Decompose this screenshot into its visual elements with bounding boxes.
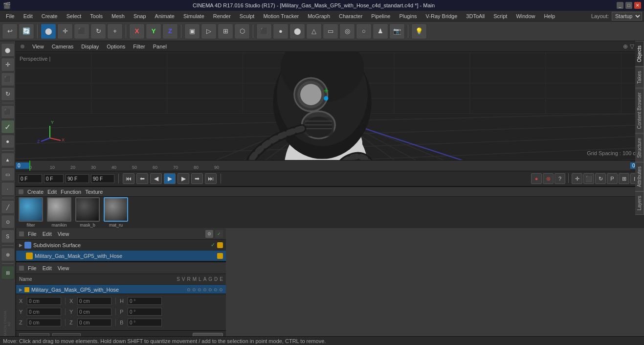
obj-row-gasmask[interactable]: Military_Gas_Mask_GP5_with_Hose	[16, 251, 226, 261]
attr-menu-edit[interactable]: Edit	[41, 265, 54, 271]
start-frame-input[interactable]	[44, 174, 64, 183]
layout-selector[interactable]: Startup	[612, 12, 642, 21]
lt-paint-btn[interactable]: S	[1, 230, 15, 243]
z-pos-input[interactable]	[27, 319, 61, 326]
lt-loop-btn[interactable]: ⊙	[1, 215, 15, 229]
obj-row-subdivision[interactable]: ▶ Subdivision Surface ✓	[16, 240, 226, 251]
menu-plugins[interactable]: Plugins	[395, 12, 421, 20]
menu-tools[interactable]: Tools	[86, 12, 107, 20]
vp-menu-cameras[interactable]: Cameras	[50, 43, 76, 50]
scale-button[interactable]: ⬛	[74, 23, 89, 39]
torus-button[interactable]: ◎	[339, 23, 355, 39]
tube-button[interactable]: ○	[356, 23, 372, 39]
vp-menu-view[interactable]: View	[30, 43, 46, 50]
cylinder-button[interactable]: ⬤	[289, 23, 305, 39]
lt-polygon-btn[interactable]: ▲	[1, 153, 15, 166]
lt-scale-btn[interactable]: ⬛	[1, 72, 15, 86]
end-frame-1-input[interactable]	[66, 174, 89, 183]
viewport-render-all-button[interactable]: ⊞	[218, 23, 233, 39]
material-mask-b[interactable]: mask_b	[75, 197, 100, 228]
vp-menu-options[interactable]: Options	[105, 43, 127, 50]
mat-menu-texture[interactable]: Texture	[85, 189, 103, 195]
plane-button[interactable]: ▭	[323, 23, 338, 39]
y-pos-input[interactable]	[27, 308, 61, 316]
lt-rotate-btn[interactable]: ↻	[1, 87, 15, 101]
attr-menu-view[interactable]: View	[56, 265, 71, 271]
menu-mesh[interactable]: Mesh	[108, 12, 129, 20]
obj-panel-check-icon[interactable]: ✓	[215, 230, 223, 238]
next-frame-button[interactable]: ➡	[191, 173, 203, 184]
h-rot-input[interactable]	[128, 297, 162, 305]
vp-menu-display[interactable]: Display	[79, 43, 101, 50]
play-button[interactable]: ▶	[164, 173, 176, 184]
light-button[interactable]: 💡	[411, 23, 427, 39]
menu-motion-tracker[interactable]: Motion Tracker	[259, 12, 303, 20]
end-frame-2-input[interactable]	[91, 174, 114, 183]
lt-point-btn[interactable]: ·	[1, 182, 15, 196]
menu-simulate[interactable]: Simulate	[179, 12, 208, 20]
attr-menu-file[interactable]: File	[26, 265, 39, 271]
redo-button[interactable]: 🔄	[19, 23, 34, 39]
material-manikin[interactable]: manikin	[47, 197, 71, 228]
axis-x-button[interactable]: X	[129, 23, 145, 39]
lt-magnet-btn[interactable]: ⊕	[1, 248, 15, 261]
grid-btn[interactable]: ⊞	[619, 173, 629, 184]
vp-menu-filter[interactable]: Filter	[131, 43, 147, 50]
viewport-single-button[interactable]: ▣	[184, 23, 200, 39]
axis-z-button[interactable]: Z	[162, 23, 178, 39]
b-rot-input[interactable]	[128, 319, 162, 326]
lt-edge-btn[interactable]: ▭	[1, 167, 15, 181]
menu-animate[interactable]: Animate	[151, 12, 178, 20]
viewport[interactable]: Perspective |	[16, 52, 644, 160]
select-button[interactable]: +	[107, 23, 123, 39]
menu-create[interactable]: Create	[38, 12, 62, 20]
rotate-button[interactable]: ↻	[90, 23, 106, 39]
maximize-button[interactable]: □	[625, 2, 632, 9]
menu-sculpt[interactable]: Sculpt	[236, 12, 259, 20]
timeline-ruler[interactable]: 0 10 20 30 40 50 60 70 80 90	[29, 161, 630, 171]
p-rot-input[interactable]	[128, 308, 162, 316]
menu-file[interactable]: File	[2, 12, 19, 20]
lt-box-btn[interactable]: ⬛	[1, 105, 15, 119]
obj-panel-settings-icon[interactable]: ⚙	[205, 230, 213, 238]
move-key-btn[interactable]: ✛	[572, 173, 582, 184]
menu-select[interactable]: Select	[63, 12, 86, 20]
minimize-button[interactable]: _	[617, 2, 623, 9]
lt-move-btn[interactable]: ✛	[1, 58, 15, 71]
z-scale-input[interactable]	[77, 319, 111, 326]
viewport-render-button[interactable]: ▷	[201, 23, 217, 39]
cube-button[interactable]: ⬛	[256, 23, 272, 39]
lt-layers-btn[interactable]: ⊞	[1, 266, 15, 279]
timeline[interactable]: 0 0 10 20 30 40 50 60 70 80 90 0 F	[16, 160, 644, 171]
prev-frame-button[interactable]: ⬅	[136, 173, 148, 184]
menu-script[interactable]: Script	[489, 12, 511, 20]
obj-menu-edit[interactable]: Edit	[41, 231, 54, 237]
mat-menu-create[interactable]: Create	[27, 189, 44, 195]
y-scale-input[interactable]	[77, 308, 111, 316]
vp-down-icon[interactable]: ▽	[630, 43, 634, 50]
figure-button[interactable]: ♟	[373, 23, 388, 39]
undo-button[interactable]: ↩	[2, 23, 18, 39]
menu-3dtoall[interactable]: 3DToAll	[462, 12, 489, 20]
lt-select-btn[interactable]: ⬤	[1, 43, 15, 57]
lt-knife-btn[interactable]: ╱	[1, 200, 15, 214]
cone-button[interactable]: △	[306, 23, 322, 39]
step-forward-button[interactable]: ▶	[178, 173, 189, 184]
menu-window[interactable]: Window	[512, 12, 539, 20]
menu-vray[interactable]: V-Ray Bridge	[422, 12, 462, 20]
vp-expand-icon[interactable]: ⊕	[623, 43, 628, 50]
sphere-button[interactable]: ●	[273, 23, 289, 39]
viewport-render-region-button[interactable]: ⬡	[234, 23, 250, 39]
record-button[interactable]: ●	[531, 173, 542, 184]
attr-row-gasmask[interactable]: ▶ Military_Gas_Mask_GP5_with_Hose ⊙ ⊙ ⊙ …	[16, 285, 226, 294]
right-tab-objects[interactable]: Objects	[635, 41, 644, 67]
right-tab-content-browser[interactable]: Content Browser	[635, 88, 644, 133]
menu-snap[interactable]: Snap	[130, 12, 150, 20]
menu-edit[interactable]: Edit	[20, 12, 37, 20]
axis-y-button[interactable]: Y	[146, 23, 161, 39]
obj-menu-file[interactable]: File	[26, 231, 39, 237]
right-tab-attributes[interactable]: Attributes	[635, 162, 644, 191]
cycle-btn[interactable]: ↻	[595, 173, 606, 184]
right-tab-layers[interactable]: Layers	[635, 191, 644, 215]
menu-pipeline[interactable]: Pipeline	[367, 12, 394, 20]
